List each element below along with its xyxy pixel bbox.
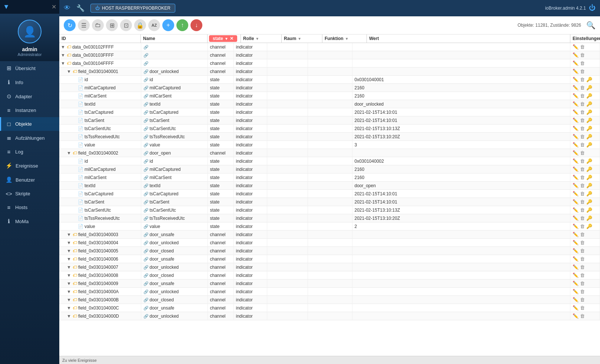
trash-icon[interactable]: 🗑: [580, 199, 585, 205]
trash-icon[interactable]: 🗑: [580, 289, 585, 294]
sidebar-item-adapter[interactable]: ⊙ Adapter: [0, 89, 59, 103]
trash-icon[interactable]: 🗑: [580, 93, 585, 99]
key-icon[interactable]: 🔑: [586, 207, 592, 213]
expand-icon[interactable]: ▼: [67, 289, 71, 294]
sidebar-item-hosts[interactable]: ≡ Hosts: [0, 201, 59, 214]
edit-icon[interactable]: ✏️: [573, 60, 579, 66]
key-icon[interactable]: 🔑: [586, 126, 592, 131]
trash-icon[interactable]: 🗑: [580, 101, 585, 107]
key-icon[interactable]: 🔑: [586, 175, 592, 180]
trash-icon[interactable]: 🗑: [580, 305, 585, 311]
edit-icon[interactable]: ✏️: [573, 191, 579, 196]
search-icon[interactable]: 🔍: [586, 21, 596, 30]
edit-icon[interactable]: ✏️: [573, 240, 579, 245]
key-icon[interactable]: 🔑: [586, 85, 592, 90]
key-icon[interactable]: 🔑: [586, 191, 592, 196]
key-icon[interactable]: 🔑: [586, 118, 592, 123]
key-icon[interactable]: 🔑: [586, 166, 592, 172]
trash-icon[interactable]: 🗑: [580, 264, 585, 270]
edit-icon[interactable]: ✏️: [573, 118, 579, 123]
copy-button[interactable]: ⊡: [120, 19, 132, 31]
trash-icon[interactable]: 🗑: [580, 60, 585, 66]
edit-icon[interactable]: ✏️: [573, 281, 579, 286]
sidebar-close-icon[interactable]: ✕: [52, 3, 56, 10]
trash-icon[interactable]: 🗑: [580, 150, 585, 156]
expand-icon[interactable]: ▼: [61, 61, 65, 66]
refresh-button[interactable]: ↻: [64, 19, 76, 31]
sidebar-item-ubersicht[interactable]: ⊞ Übersicht: [0, 61, 59, 75]
topbar-power-icon[interactable]: ⏻: [589, 4, 596, 12]
edit-icon[interactable]: ✏️: [573, 69, 579, 74]
sidebar-logo[interactable]: ▼: [3, 3, 10, 11]
trash-icon[interactable]: 🗑: [580, 183, 585, 188]
edit-icon[interactable]: ✏️: [573, 150, 579, 156]
funktion-dropdown-icon[interactable]: ▼: [345, 37, 349, 41]
trash-icon[interactable]: 🗑: [580, 158, 585, 164]
trash-icon[interactable]: 🗑: [580, 85, 585, 90]
edit-icon[interactable]: ✏️: [573, 158, 579, 164]
key-icon[interactable]: 🔑: [586, 109, 592, 115]
expand-icon[interactable]: ▼: [61, 44, 65, 50]
expand-icon[interactable]: ▼: [67, 297, 71, 302]
edit-icon[interactable]: ✏️: [573, 272, 579, 278]
sidebar-item-info[interactable]: ℹ Info: [0, 75, 59, 89]
sidebar-item-benutzer[interactable]: 👤 Benutzer: [0, 173, 59, 187]
edit-icon[interactable]: ✏️: [573, 93, 579, 99]
sort-az-button[interactable]: AZ: [148, 19, 160, 31]
trash-icon[interactable]: 🗑: [580, 224, 585, 229]
trash-icon[interactable]: 🗑: [580, 69, 585, 74]
upload-button[interactable]: ↑: [176, 19, 188, 31]
edit-icon[interactable]: ✏️: [573, 207, 579, 213]
eye-icon[interactable]: 👁: [64, 4, 70, 12]
expand-icon[interactable]: ▼: [67, 69, 71, 74]
expand-icon[interactable]: ▼: [67, 150, 71, 156]
edit-icon[interactable]: ✏️: [573, 305, 579, 311]
wrench-icon[interactable]: 🔧: [76, 4, 84, 12]
key-icon[interactable]: 🔑: [586, 142, 592, 148]
edit-icon[interactable]: ✏️: [573, 289, 579, 294]
edit-icon[interactable]: ✏️: [573, 256, 579, 262]
edit-icon[interactable]: ✏️: [573, 77, 579, 82]
edit-icon[interactable]: ✏️: [573, 109, 579, 115]
edit-icon[interactable]: ✏️: [573, 166, 579, 172]
edit-icon[interactable]: ✏️: [573, 248, 579, 254]
sidebar-item-aufzahlungen[interactable]: ≣ Aufzählungen: [0, 131, 59, 145]
list-view-button[interactable]: ☰: [78, 19, 90, 31]
add-button[interactable]: +: [162, 19, 174, 31]
key-icon[interactable]: 🔑: [586, 199, 592, 205]
trash-icon[interactable]: 🗑: [580, 232, 585, 237]
trash-icon[interactable]: 🗑: [580, 281, 585, 286]
filter-dropdown-icon[interactable]: ▼: [225, 37, 228, 41]
filter-close-icon[interactable]: ✕: [230, 36, 233, 41]
expand-button[interactable]: ⊞: [106, 19, 118, 31]
edit-icon[interactable]: ✏️: [573, 142, 579, 148]
trash-icon[interactable]: 🗑: [580, 134, 585, 139]
edit-icon[interactable]: ✏️: [573, 264, 579, 270]
trash-icon[interactable]: 🗑: [580, 77, 585, 82]
edit-icon[interactable]: ✏️: [573, 183, 579, 188]
edit-icon[interactable]: ✏️: [573, 175, 579, 180]
expand-icon[interactable]: ▼: [67, 265, 71, 270]
sidebar-item-skripte[interactable]: <> Skripte: [0, 187, 59, 201]
expand-icon[interactable]: ▼: [67, 232, 71, 237]
expand-icon[interactable]: ▼: [67, 305, 71, 311]
folder-button[interactable]: 🗀: [92, 19, 104, 31]
download-button[interactable]: ↓: [190, 19, 202, 31]
user-perm-button[interactable]: 🔒: [134, 19, 146, 31]
trash-icon[interactable]: 🗑: [580, 118, 585, 123]
key-icon[interactable]: 🔑: [586, 183, 592, 188]
trash-icon[interactable]: 🗑: [580, 248, 585, 254]
expand-icon[interactable]: ▼: [67, 257, 71, 262]
expand-icon[interactable]: ▼: [67, 240, 71, 245]
trash-icon[interactable]: 🗑: [580, 44, 585, 50]
key-icon[interactable]: 🔑: [586, 93, 592, 99]
key-icon[interactable]: 🔑: [586, 158, 592, 164]
trash-icon[interactable]: 🗑: [580, 166, 585, 172]
expand-icon[interactable]: ▼: [67, 248, 71, 254]
edit-icon[interactable]: ✏️: [573, 215, 579, 221]
edit-icon[interactable]: ✏️: [573, 44, 579, 50]
trash-icon[interactable]: 🗑: [580, 297, 585, 302]
rolle-dropdown-icon[interactable]: ▼: [255, 37, 259, 41]
sidebar-item-moma[interactable]: ℹ MoMa: [0, 214, 59, 228]
edit-icon[interactable]: ✏️: [573, 134, 579, 139]
